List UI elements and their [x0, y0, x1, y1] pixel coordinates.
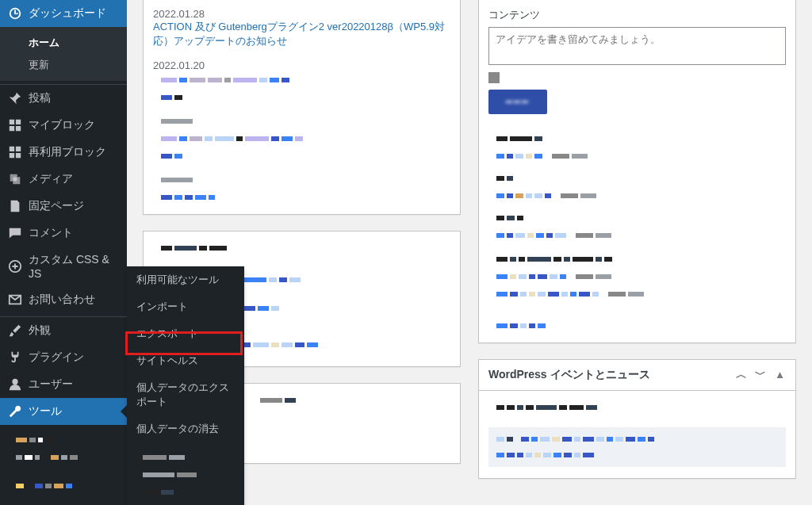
admin-sidebar: ダッシュボード ホーム 更新 投稿 マイブロック 再利用ブロック メディア 固定…	[0, 0, 127, 505]
quickdraft-box: コンテンツ ━━━	[478, 0, 796, 343]
news-blurred-4	[153, 130, 450, 147]
menu-comments-label: コメント	[29, 226, 73, 240]
quickdraft-tag	[488, 72, 786, 83]
news-box: 2022.01.28 ACTION 及び Gutenbergプラグイン2 ver…	[143, 0, 461, 215]
submenu-update[interactable]: 更新	[0, 54, 127, 76]
menu-custom-css-label: カスタム CSS & JS	[29, 253, 119, 280]
menu-plugins[interactable]: プラグイン	[0, 344, 127, 371]
activity-blurred-title	[153, 239, 450, 257]
panel-up-icon[interactable]: ︿	[735, 368, 748, 382]
panel-down-icon[interactable]: ﹀	[754, 368, 767, 382]
menu-contact-label: お問い合わせ	[29, 293, 95, 307]
flyout-blurred	[127, 442, 244, 505]
menu-media[interactable]: メディア	[0, 166, 127, 193]
dashboard-icon	[8, 6, 22, 21]
drafts-blurred-9	[488, 285, 786, 303]
tools-flyout: 利用可能なツール インポート エクスポート サイトヘルス 個人データのエクスポー…	[127, 266, 244, 505]
menu-contact[interactable]: お問い合わせ	[0, 286, 127, 313]
envelope-icon	[8, 293, 22, 307]
submenu-dashboard: ホーム 更新	[0, 27, 127, 81]
menu-pages-label: 固定ページ	[29, 199, 84, 213]
flyout-export[interactable]: エクスポート	[127, 320, 244, 347]
news-date-2: 2022.01.20	[153, 59, 450, 71]
quickdraft-legend: コンテンツ	[488, 8, 786, 22]
pin-icon	[8, 91, 22, 105]
grid-icon	[8, 145, 22, 159]
media-icon	[8, 172, 22, 186]
menu-comments[interactable]: コメント	[0, 220, 127, 247]
events-title: WordPress イベントとニュース	[488, 368, 650, 382]
user-icon	[8, 377, 22, 392]
drafts-blurred-8	[488, 268, 786, 285]
menu-appearance-label: 外観	[29, 323, 51, 338]
menu-pages[interactable]: 固定ページ	[0, 193, 127, 220]
comment-icon	[8, 226, 22, 240]
drafts-blurred-5	[488, 209, 786, 227]
menu-users-label: ユーザー	[29, 377, 73, 392]
news-blurred-2	[153, 89, 450, 106]
menu-media-label: メディア	[29, 172, 73, 186]
drafts-blurred-6	[488, 227, 786, 244]
news-blurred-5	[153, 147, 450, 165]
menu-tools[interactable]: ツール	[0, 398, 127, 425]
drafts-blurred-4	[488, 187, 786, 205]
menu-users[interactable]: ユーザー	[0, 371, 127, 398]
svg-point-2	[12, 379, 17, 384]
events-row-1	[488, 399, 786, 416]
events-row-2	[488, 427, 786, 451]
menu-tools-label: ツール	[29, 404, 62, 419]
flyout-erase-personal[interactable]: 個人データの消去	[127, 415, 244, 442]
wrench-icon	[8, 404, 22, 419]
news-link-1[interactable]: ACTION 及び Gutenbergプラグイン2 ver20220128β（W…	[153, 21, 445, 47]
menu-reusable-block[interactable]: 再利用ブロック	[0, 139, 127, 166]
plug-icon	[8, 350, 22, 365]
flyout-import[interactable]: インポート	[127, 293, 244, 320]
flyout-available-tools[interactable]: 利用可能なツール	[127, 266, 244, 293]
news-blurred	[153, 71, 450, 89]
panel-controls: ︿ ﹀ ▴	[735, 368, 786, 382]
menu-plugins-label: プラグイン	[29, 350, 84, 365]
drafts-blurred-3	[488, 170, 786, 187]
events-news-box: WordPress イベントとニュース ︿ ﹀ ▴	[478, 359, 796, 479]
menu-reusable-label: 再利用ブロック	[29, 145, 106, 159]
news-blurred-6	[153, 171, 450, 189]
news-date-1: 2022.01.28	[153, 8, 450, 20]
drafts-blurred-10	[488, 317, 786, 335]
submenu-home[interactable]: ホーム	[0, 32, 127, 54]
menu-dashboard[interactable]: ダッシュボード	[0, 0, 127, 27]
svg-point-0	[13, 177, 17, 181]
news-blurred-7	[153, 189, 450, 206]
menu-dashboard-label: ダッシュボード	[29, 6, 106, 21]
quickdraft-textarea[interactable]	[488, 27, 786, 65]
grid-icon	[8, 118, 22, 132]
events-row-3	[488, 451, 786, 467]
plus-circle-icon	[8, 259, 22, 274]
flyout-export-personal[interactable]: 個人データのエクスポート	[127, 374, 244, 415]
drafts-blurred-7	[488, 251, 786, 268]
menu-myblock[interactable]: マイブロック	[0, 112, 127, 139]
news-blurred-3	[153, 113, 450, 130]
menu-appearance[interactable]: 外観	[0, 317, 127, 344]
quickdraft-save-button[interactable]: ━━━	[488, 90, 547, 114]
drafts-blurred-2	[488, 147, 786, 165]
right-column: コンテンツ ━━━	[478, 0, 796, 495]
brush-icon	[8, 323, 22, 338]
menu-posts-label: 投稿	[29, 91, 51, 105]
menu-custom-css[interactable]: カスタム CSS & JS	[0, 247, 127, 286]
page-icon	[8, 199, 22, 213]
menu-myblock-label: マイブロック	[29, 118, 95, 132]
drafts-blurred-1	[488, 130, 786, 147]
sidebar-blurred	[0, 425, 127, 501]
flyout-site-health[interactable]: サイトヘルス	[127, 347, 244, 374]
menu-posts[interactable]: 投稿	[0, 85, 127, 112]
panel-toggle-icon[interactable]: ▴	[773, 368, 786, 382]
